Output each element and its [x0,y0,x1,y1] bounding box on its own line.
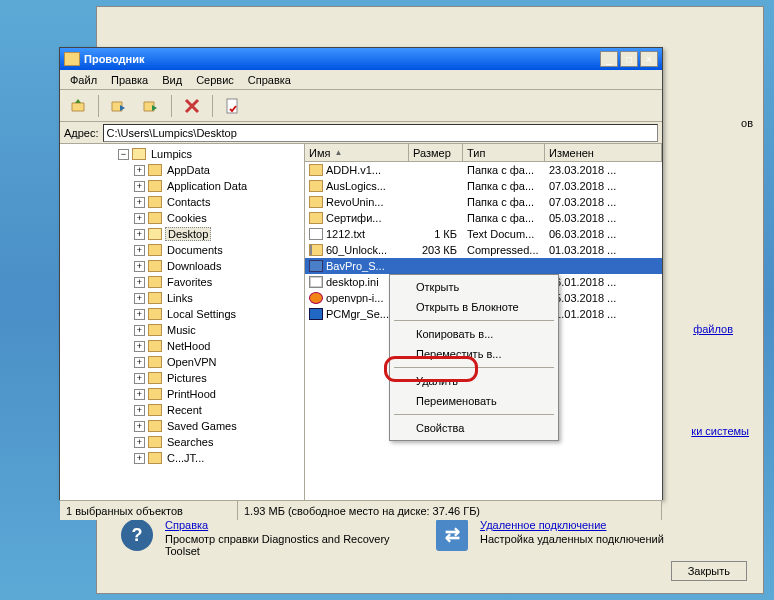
column-name[interactable]: Имя▲ [305,144,409,161]
tree-item[interactable]: +AppData [62,162,302,178]
remote-title[interactable]: Удаленное подключение [480,519,739,531]
tree-item[interactable]: +NetHood [62,338,302,354]
tree-label[interactable]: PrintHood [165,388,218,400]
properties-button[interactable] [219,93,247,119]
tree-item[interactable]: +Downloads [62,258,302,274]
tree-label[interactable]: OpenVPN [165,356,219,368]
ctx-open-notepad[interactable]: Открыть в Блокноте [392,297,556,317]
tree-label[interactable]: Cookies [165,212,209,224]
tree-label[interactable]: Saved Games [165,420,239,432]
expand-icon[interactable]: + [134,325,145,336]
ctx-properties[interactable]: Свойства [392,418,556,438]
tree-label[interactable]: C...JT... [165,452,206,464]
expand-icon[interactable]: + [134,309,145,320]
tree-label[interactable]: Favorites [165,276,214,288]
system-link[interactable]: ки системы [691,425,749,437]
column-size[interactable]: Размер [409,144,463,161]
tree-item[interactable]: +Saved Games [62,418,302,434]
menu-edit[interactable]: Правка [105,72,154,88]
ctx-rename[interactable]: Переименовать [392,391,556,411]
tree-item[interactable]: +Music [62,322,302,338]
tree-item[interactable]: +PrintHood [62,386,302,402]
expand-icon[interactable]: + [134,245,145,256]
file-row[interactable]: 1212.txt1 КБText Docum...06.03.2018 ... [305,226,662,242]
column-type[interactable]: Тип [463,144,545,161]
expand-icon[interactable]: + [134,181,145,192]
expand-icon[interactable]: + [134,197,145,208]
tree-label[interactable]: Application Data [165,180,249,192]
collapse-icon[interactable]: − [118,149,129,160]
minimize-button[interactable]: _ [600,51,618,67]
move-to-button[interactable] [137,93,165,119]
expand-icon[interactable]: + [134,437,145,448]
ctx-copy-to[interactable]: Копировать в... [392,324,556,344]
close-button[interactable]: Закрыть [671,561,747,581]
file-row[interactable]: ADDH.v1...Папка с фа...23.03.2018 ... [305,162,662,178]
tree-label[interactable]: Downloads [165,260,223,272]
file-row[interactable]: Сертифи...Папка с фа...05.03.2018 ... [305,210,662,226]
ctx-delete[interactable]: Удалить [392,371,556,391]
menu-help[interactable]: Справка [242,72,297,88]
tree-label[interactable]: Desktop [165,227,211,241]
tree-label[interactable]: Searches [165,436,215,448]
tree-item[interactable]: +Desktop [62,226,302,242]
menu-file[interactable]: Файл [64,72,103,88]
tree-item[interactable]: +Documents [62,242,302,258]
column-date[interactable]: Изменен [545,144,662,161]
menu-view[interactable]: Вид [156,72,188,88]
menu-tools[interactable]: Сервис [190,72,240,88]
expand-icon[interactable]: + [134,357,145,368]
expand-icon[interactable]: + [134,277,145,288]
file-row[interactable]: AusLogics...Папка с фа...07.03.2018 ... [305,178,662,194]
tree-item[interactable]: +Contacts [62,194,302,210]
tree-label[interactable]: Contacts [165,196,212,208]
folder-tree[interactable]: − Lumpics +AppData+Application Data+Cont… [60,144,305,500]
close-window-button[interactable]: × [640,51,658,67]
expand-icon[interactable]: + [134,229,145,240]
expand-icon[interactable]: + [134,293,145,304]
copy-to-button[interactable] [105,93,133,119]
tree-item[interactable]: +Recent [62,402,302,418]
tree-label[interactable]: NetHood [165,340,212,352]
expand-icon[interactable]: + [134,373,145,384]
tree-item[interactable]: +Searches [62,434,302,450]
help-title[interactable]: Справка [165,519,424,531]
file-row[interactable]: BavPro_S... [305,258,662,274]
tree-label[interactable]: Lumpics [149,148,194,160]
address-input[interactable] [103,124,658,142]
tree-label[interactable]: Music [165,324,198,336]
tree-label[interactable]: Local Settings [165,308,238,320]
expand-icon[interactable]: + [134,421,145,432]
expand-icon[interactable]: + [134,165,145,176]
tree-label[interactable]: AppData [165,164,212,176]
expand-icon[interactable]: + [134,389,145,400]
tree-item[interactable]: +Pictures [62,370,302,386]
tree-root[interactable]: − Lumpics [62,146,302,162]
expand-icon[interactable]: + [134,341,145,352]
maximize-button[interactable]: □ [620,51,638,67]
tree-item[interactable]: +Local Settings [62,306,302,322]
titlebar[interactable]: Проводник _ □ × [60,48,662,70]
delete-button[interactable] [178,93,206,119]
expand-icon[interactable]: + [134,453,145,464]
tree-label[interactable]: Pictures [165,372,209,384]
up-button[interactable] [64,93,92,119]
expand-icon[interactable]: + [134,405,145,416]
tree-item[interactable]: +Application Data [62,178,302,194]
tree-item[interactable]: +Cookies [62,210,302,226]
tree-label[interactable]: Recent [165,404,204,416]
expand-icon[interactable]: + [134,261,145,272]
tree-item[interactable]: +Links [62,290,302,306]
tree-item[interactable]: +Favorites [62,274,302,290]
file-row[interactable]: 60_Unlock...203 КБCompressed...01.03.201… [305,242,662,258]
tree-item[interactable]: +C...JT... [62,450,302,466]
ctx-open[interactable]: Открыть [392,277,556,297]
expand-icon[interactable]: + [134,213,145,224]
tree-item[interactable]: +OpenVPN [62,354,302,370]
tree-label[interactable]: Documents [165,244,225,256]
tree-label[interactable]: Links [165,292,195,304]
addressbar: Адрес: [60,122,662,144]
ctx-move-to[interactable]: Переместить в... [392,344,556,364]
files-link[interactable]: файлов [693,323,733,335]
file-row[interactable]: RevoUnin...Папка с фа...07.03.2018 ... [305,194,662,210]
